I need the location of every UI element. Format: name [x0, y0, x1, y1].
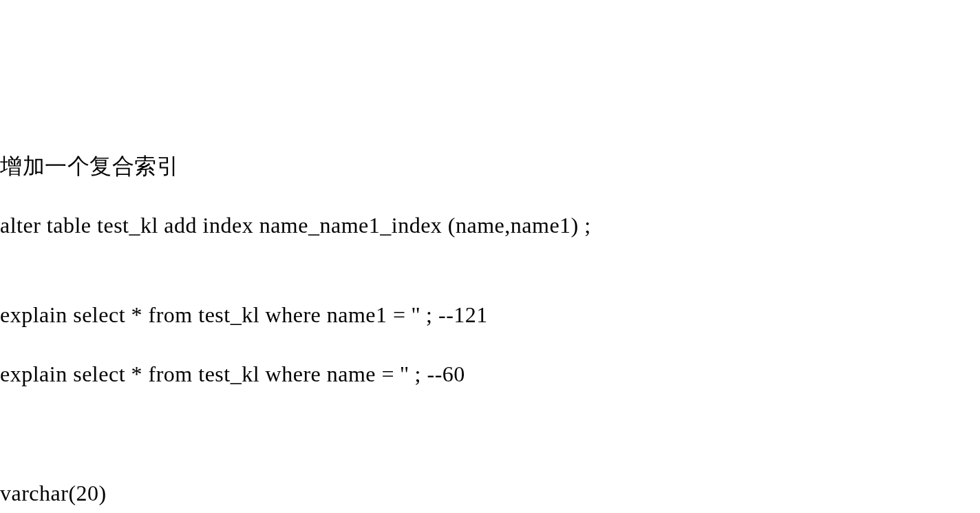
text-line: varchar(20)	[0, 479, 980, 508]
text-line: 增加一个复合索引	[0, 151, 980, 181]
text-line: explain select * from test_kl where name…	[0, 359, 980, 389]
document-body: 增加一个复合索引 alter table test_kl add index n…	[0, 119, 980, 513]
text-line: alter table test_kl add index name_name1…	[0, 211, 980, 240]
text-line: explain select * from test_kl where name…	[0, 300, 980, 330]
